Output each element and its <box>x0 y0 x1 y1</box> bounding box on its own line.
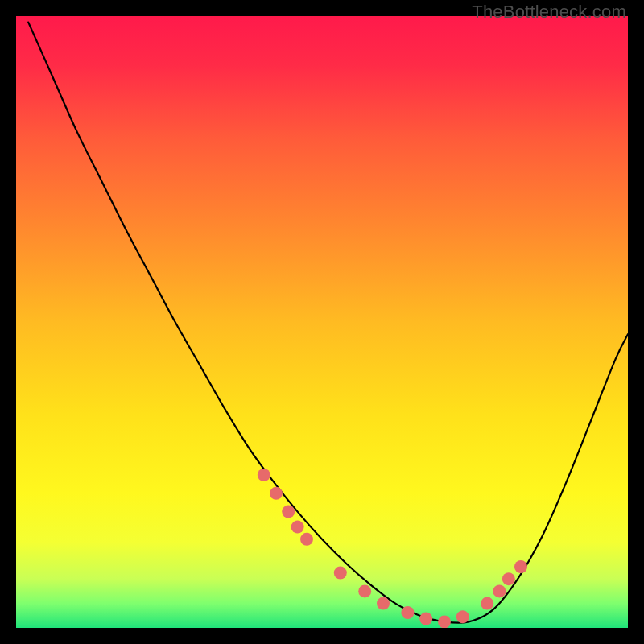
watermark: TheBottleneck.com <box>472 2 626 23</box>
highlight-dot <box>358 584 371 597</box>
gradient-background <box>16 16 628 628</box>
highlight-dot <box>291 521 304 534</box>
highlight-dot <box>270 487 283 500</box>
highlight-dot <box>419 613 432 625</box>
chart-svg <box>16 16 628 628</box>
highlight-dot <box>493 584 506 597</box>
highlight-dot <box>438 615 451 628</box>
highlight-dot <box>401 606 414 619</box>
highlight-dot <box>300 533 313 546</box>
highlight-dot <box>258 469 270 481</box>
plot-area <box>16 16 628 628</box>
highlight-dot <box>481 597 493 610</box>
highlight-dot <box>334 567 347 580</box>
highlight-dot <box>377 597 390 610</box>
highlight-dot <box>514 560 527 573</box>
chart-container: TheBottleneck.com <box>0 0 644 644</box>
highlight-dot <box>502 572 515 585</box>
highlight-dot <box>282 506 295 518</box>
highlight-dot <box>456 610 469 623</box>
